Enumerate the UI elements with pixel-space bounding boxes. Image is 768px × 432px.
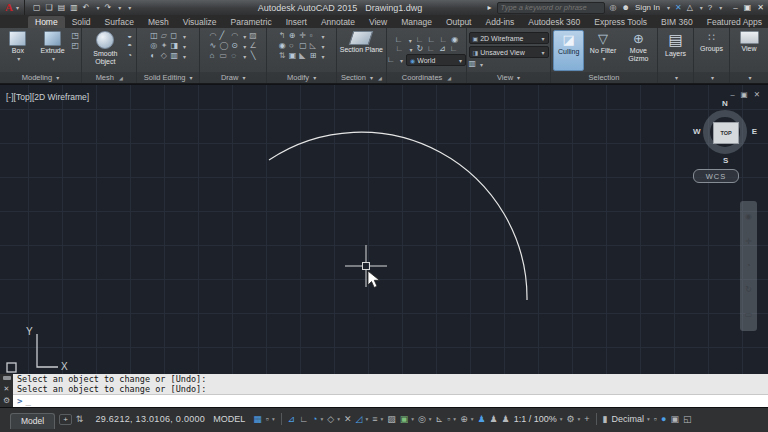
isodraft-dropdown-icon[interactable]: ▾ bbox=[337, 416, 340, 422]
viewcube-east[interactable]: E bbox=[752, 127, 757, 136]
hatch-icon[interactable]: ▨ bbox=[249, 32, 257, 40]
graphics-performance-toggle[interactable]: ● bbox=[661, 415, 666, 424]
undo-dropdown-icon[interactable]: ▾ bbox=[97, 4, 100, 11]
workspace-switching-icon[interactable]: ⚙ bbox=[566, 415, 574, 424]
presspull-icon[interactable]: ◰ bbox=[71, 42, 79, 50]
command-customize-icon[interactable]: ⚙ bbox=[3, 397, 10, 405]
tab-manage[interactable]: Manage bbox=[394, 16, 439, 28]
undo-icon[interactable]: ↶ bbox=[83, 4, 90, 12]
panel-title-groups[interactable]: ▾ bbox=[694, 72, 729, 83]
copy-icon[interactable]: ✛ bbox=[299, 32, 307, 40]
polysolid-icon[interactable]: ◳ bbox=[71, 32, 79, 40]
arc-entity[interactable] bbox=[269, 132, 527, 300]
ucs-world-icon[interactable]: ◉ bbox=[451, 36, 458, 44]
panel-title-view-tools[interactable]: ▾ bbox=[730, 72, 768, 83]
dropdown-icon[interactable]: ▾ bbox=[321, 33, 324, 40]
quick-properties-toggle[interactable]: ▫ bbox=[654, 415, 657, 424]
units-dropdown-icon[interactable]: ▾ bbox=[647, 416, 650, 422]
snap-dropdown-icon[interactable]: ▾ bbox=[272, 416, 275, 422]
panel-title-layers[interactable]: ▾ bbox=[658, 72, 693, 83]
autoscale-toggle[interactable]: ♟ bbox=[490, 415, 498, 424]
polygon-icon[interactable]: ⌂ bbox=[209, 52, 216, 60]
viewcube-south[interactable]: S bbox=[723, 156, 728, 165]
model-space-toggle[interactable]: MODEL bbox=[213, 414, 245, 424]
restore-button[interactable]: ▣ bbox=[744, 3, 752, 12]
viewcube[interactable]: N W E S TOP bbox=[694, 101, 756, 163]
panel-title-mesh[interactable]: Mesh◢ bbox=[82, 72, 136, 83]
point-icon[interactable]: ◌ bbox=[231, 52, 238, 60]
solid-shell-icon[interactable]: ◨ bbox=[171, 42, 179, 50]
gradient-icon[interactable]: ∠ bbox=[250, 42, 257, 50]
annotation-visibility-toggle[interactable]: ♟ bbox=[477, 415, 485, 424]
ucs-face-icon[interactable]: ∟ bbox=[439, 36, 447, 44]
wcs-selector[interactable]: WCS bbox=[693, 169, 739, 183]
rectangle-icon[interactable]: ▭ bbox=[219, 52, 228, 60]
zoom-extents-icon[interactable]: ◔ bbox=[746, 262, 751, 270]
3dosnap-dropdown-icon[interactable]: ▾ bbox=[429, 416, 432, 422]
tab-home[interactable]: Home bbox=[28, 16, 65, 28]
polar-tracking-toggle[interactable]: ◔ bbox=[312, 415, 317, 424]
dialog-launcher-icon[interactable]: ◢ bbox=[447, 75, 451, 81]
ucs-rotate-icon[interactable]: ↻ bbox=[416, 45, 423, 53]
redo-icon[interactable]: ↷ bbox=[105, 4, 112, 12]
named-view-combo[interactable]: ◨ Unsaved View ▾ bbox=[469, 46, 549, 58]
annotation-monitor-person-icon[interactable]: ♟ bbox=[502, 415, 510, 424]
groups-button[interactable]: ∷ Groups bbox=[696, 30, 727, 53]
dropdown-icon[interactable]: ▾ bbox=[183, 53, 186, 60]
section-plane-button[interactable]: Section Plane bbox=[339, 30, 383, 54]
offset-icon[interactable]: ○ bbox=[289, 42, 297, 50]
move-gizmo-button[interactable]: ⊕ Move Gizmo bbox=[622, 30, 655, 62]
ucs-icon[interactable]: ∟ bbox=[395, 36, 403, 44]
command-close-icon[interactable]: ✕ bbox=[4, 385, 10, 392]
solid-slice-icon[interactable]: ▱ bbox=[161, 32, 168, 40]
tab-bim360[interactable]: BIM 360 bbox=[654, 16, 700, 28]
pan-icon[interactable]: ✛ bbox=[745, 238, 752, 246]
solid-intersect-icon[interactable]: ◐ bbox=[150, 52, 158, 60]
panel-title-modeling[interactable]: Modeling▾ bbox=[0, 72, 81, 83]
exchange-dropdown-icon[interactable]: ▾ bbox=[700, 4, 703, 11]
lineweight-dropdown-icon[interactable]: ▾ bbox=[380, 416, 383, 422]
panel-title-draw[interactable]: Draw▾ bbox=[200, 72, 267, 83]
dropdown-icon[interactable]: ▾ bbox=[243, 33, 246, 40]
plot-icon[interactable]: ▥ bbox=[70, 4, 78, 12]
isolate-objects-icon[interactable]: ▮ bbox=[603, 415, 608, 424]
viewcube-north[interactable]: N bbox=[722, 99, 728, 108]
dropdown-icon[interactable]: ▾ bbox=[321, 53, 324, 60]
gizmo-toggle[interactable]: ⊕ bbox=[460, 415, 468, 424]
ucs-named-icon[interactable]: ∟ bbox=[396, 45, 404, 53]
panel-title-view[interactable]: View▾ bbox=[467, 72, 550, 83]
arc-3point-icon[interactable]: ◠ bbox=[231, 32, 238, 40]
doc-close-button[interactable]: ✕ bbox=[754, 90, 760, 99]
units-button[interactable]: Decimal bbox=[612, 414, 645, 424]
panel-title-modify[interactable]: Modify▾ bbox=[267, 72, 335, 83]
solid-union-icon[interactable]: ◫ bbox=[150, 32, 158, 40]
viewcube-west[interactable]: W bbox=[693, 127, 701, 136]
view-tools-button[interactable]: View bbox=[732, 30, 766, 53]
showmotion-icon[interactable]: ▭ bbox=[745, 311, 753, 319]
minimize-button[interactable]: – bbox=[733, 3, 737, 12]
new-drawing-icon[interactable]: ▢ bbox=[33, 4, 41, 12]
panel-title-section[interactable]: Section▾◢ bbox=[337, 72, 386, 83]
osnap-dropdown-icon[interactable]: ▾ bbox=[365, 416, 368, 422]
mesh-refine-icon[interactable]: ◒ bbox=[127, 32, 132, 40]
selection-cycling-toggle[interactable]: ▣ bbox=[400, 415, 409, 424]
erase-icon[interactable]: ◉ bbox=[279, 42, 286, 50]
doc-restore-button[interactable]: ▣ bbox=[741, 90, 748, 99]
search-go-icon[interactable]: ▸ bbox=[488, 4, 492, 12]
tab-output[interactable]: Output bbox=[439, 16, 479, 28]
solid-separate-icon[interactable]: ◇ bbox=[161, 52, 168, 60]
layers-button[interactable]: ▤ Layers bbox=[660, 30, 691, 58]
visual-style-combo[interactable]: ▣ 2D Wireframe ▾ bbox=[469, 32, 549, 44]
viewport-config-icon[interactable]: ▥ bbox=[469, 60, 477, 68]
object-snap-toggle[interactable]: ◿ bbox=[355, 415, 362, 424]
ucs-z-icon[interactable]: ∟ bbox=[427, 45, 435, 53]
ucs-show-icon[interactable]: ∟ bbox=[387, 56, 395, 64]
solid-fillet-icon[interactable]: ◻ bbox=[171, 32, 179, 40]
smooth-object-button[interactable]: Smooth Object bbox=[86, 30, 124, 65]
tab-addins[interactable]: Add-ins bbox=[478, 16, 521, 28]
isodraft-toggle[interactable]: ◇ bbox=[327, 415, 334, 424]
dropdown-icon[interactable]: ▾ bbox=[480, 61, 483, 68]
annotation-monitor-toggle[interactable]: + bbox=[584, 415, 589, 424]
infer-constraints-toggle[interactable]: ⊿ bbox=[288, 415, 296, 424]
fillet-icon[interactable]: ◺ bbox=[310, 42, 317, 50]
